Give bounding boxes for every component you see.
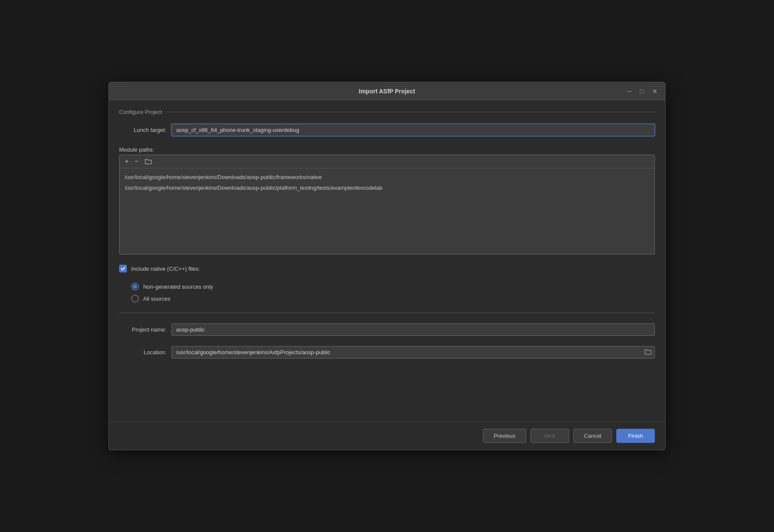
previous-button[interactable]: Previous — [483, 429, 526, 443]
section-divider — [165, 112, 655, 112]
remove-path-button[interactable]: − — [132, 157, 141, 166]
close-button[interactable]: ✕ — [650, 87, 660, 95]
radio-inner — [133, 284, 137, 289]
all-sources-radio[interactable] — [131, 295, 139, 302]
location-input[interactable] — [171, 346, 655, 359]
module-paths-label: Module paths: — [119, 146, 655, 153]
all-sources-label: All sources — [143, 296, 171, 302]
radio-group: Non-generated sources only All sources — [131, 283, 655, 302]
include-native-row: Include native (C/C++) files: — [119, 265, 655, 272]
include-native-checkbox[interactable] — [119, 265, 127, 272]
finish-button[interactable]: Finish — [616, 429, 655, 443]
lunch-target-label: Lunch target: — [119, 127, 166, 133]
project-name-label: Project name: — [119, 326, 166, 333]
cancel-button[interactable]: Cancel — [573, 429, 612, 443]
include-native-label: Include native (C/C++) files: — [131, 266, 200, 272]
lunch-target-input[interactable] — [171, 124, 655, 136]
module-paths-toolbar: + − — [120, 155, 654, 168]
project-name-input[interactable] — [171, 323, 655, 336]
dialog-body: Configure Project Lunch target: Module p… — [109, 100, 665, 421]
list-item: /usr/local/google/home/stevenjenkins/Dow… — [124, 182, 650, 193]
section-divider-full — [119, 313, 655, 313]
section-header: Configure Project — [119, 109, 655, 115]
location-input-wrapper — [171, 346, 655, 359]
section-title: Configure Project — [119, 109, 162, 115]
title-bar: Import ASfP Project ─ □ ✕ — [109, 82, 665, 100]
non-generated-label: Non-generated sources only — [143, 284, 213, 290]
lunch-target-row: Lunch target: — [119, 124, 655, 136]
window-controls: ─ □ ✕ — [625, 87, 660, 95]
list-item: /usr/local/google/home/stevenjenkins/Dow… — [124, 172, 650, 182]
dialog-title: Import ASfP Project — [359, 88, 415, 95]
next-button[interactable]: Next — [531, 429, 569, 443]
location-browse-button[interactable] — [643, 347, 653, 358]
module-paths-section: Module paths: + − /usr/local/google/home… — [119, 146, 655, 254]
checkmark-icon — [120, 266, 126, 271]
non-generated-radio[interactable] — [131, 283, 139, 290]
import-dialog: Import ASfP Project ─ □ ✕ Configure Proj… — [108, 82, 666, 450]
location-folder-icon — [645, 349, 651, 355]
folder-icon — [145, 158, 152, 164]
location-label: Location: — [119, 349, 166, 356]
module-paths-list: /usr/local/google/home/stevenjenkins/Dow… — [120, 168, 654, 254]
browse-path-button[interactable] — [142, 157, 154, 166]
project-name-row: Project name: — [119, 323, 655, 336]
non-generated-radio-row: Non-generated sources only — [131, 283, 655, 290]
maximize-button[interactable]: □ — [638, 87, 646, 95]
all-sources-radio-row: All sources — [131, 295, 655, 302]
add-path-button[interactable]: + — [122, 157, 131, 166]
location-row: Location: — [119, 346, 655, 359]
minimize-button[interactable]: ─ — [625, 87, 634, 95]
module-paths-container: + − /usr/local/google/home/stevenjenkins… — [119, 155, 655, 254]
dialog-footer: Previous Next Cancel Finish — [109, 421, 665, 450]
